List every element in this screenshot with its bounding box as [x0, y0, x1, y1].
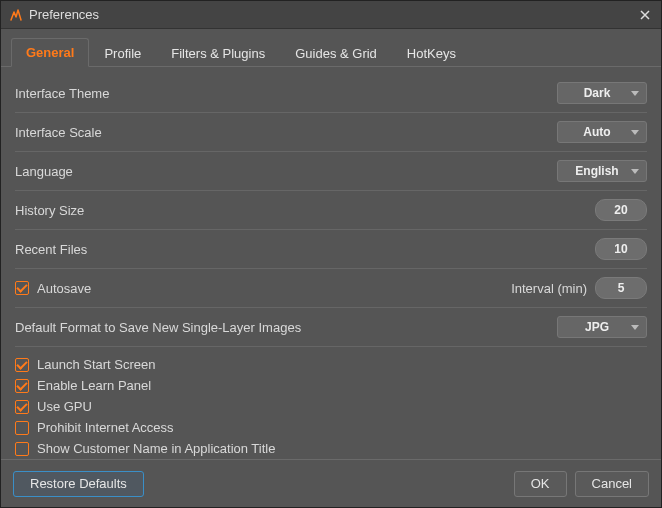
input-value: 5: [618, 281, 625, 295]
restore-defaults-button[interactable]: Restore Defaults: [13, 471, 144, 497]
app-icon: [9, 8, 23, 22]
checkbox-autosave[interactable]: [15, 281, 29, 295]
ok-button[interactable]: OK: [514, 471, 567, 497]
checkbox-launch-start-screen[interactable]: [15, 358, 29, 372]
label-interface-scale: Interface Scale: [15, 125, 557, 140]
label-history-size: History Size: [15, 203, 595, 218]
label-default-format: Default Format to Save New Single-Layer …: [15, 320, 557, 335]
label-enable-learn-panel[interactable]: Enable Learn Panel: [37, 378, 151, 393]
titlebar: Preferences: [1, 1, 661, 29]
checkbox-enable-learn-panel[interactable]: [15, 379, 29, 393]
label-recent-files: Recent Files: [15, 242, 595, 257]
tab-general[interactable]: General: [11, 38, 89, 67]
label-autosave: Autosave: [37, 281, 511, 296]
dropdown-default-format[interactable]: JPG: [557, 316, 647, 338]
dropdown-interface-scale[interactable]: Auto: [557, 121, 647, 143]
dropdown-value: JPG: [585, 320, 609, 334]
dropdown-value: Dark: [584, 86, 611, 100]
input-value: 20: [614, 203, 627, 217]
tab-guides-grid[interactable]: Guides & Grid: [280, 39, 392, 67]
close-icon[interactable]: [637, 7, 653, 23]
label-launch-start-screen[interactable]: Launch Start Screen: [37, 357, 156, 372]
label-use-gpu[interactable]: Use GPU: [37, 399, 92, 414]
row-launch-start-screen: Launch Start Screen: [15, 354, 647, 375]
row-prohibit-internet: Prohibit Internet Access: [15, 417, 647, 438]
row-autosave: Autosave Interval (min) 5: [15, 272, 647, 308]
checkbox-use-gpu[interactable]: [15, 400, 29, 414]
tab-filters-plugins[interactable]: Filters & Plugins: [156, 39, 280, 67]
input-value: 10: [614, 242, 627, 256]
input-recent-files[interactable]: 10: [595, 238, 647, 260]
row-default-format: Default Format to Save New Single-Layer …: [15, 311, 647, 347]
row-use-gpu: Use GPU: [15, 396, 647, 417]
tab-bar: General Profile Filters & Plugins Guides…: [1, 29, 661, 67]
tab-hotkeys[interactable]: HotKeys: [392, 39, 471, 67]
row-recent-files: Recent Files 10: [15, 233, 647, 269]
window-title: Preferences: [29, 7, 637, 22]
dropdown-value: English: [575, 164, 618, 178]
dropdown-language[interactable]: English: [557, 160, 647, 182]
row-interface-scale: Interface Scale Auto: [15, 116, 647, 152]
input-history-size[interactable]: 20: [595, 199, 647, 221]
cancel-button[interactable]: Cancel: [575, 471, 649, 497]
row-history-size: History Size 20: [15, 194, 647, 230]
dropdown-interface-theme[interactable]: Dark: [557, 82, 647, 104]
label-language: Language: [15, 164, 557, 179]
row-show-customer-name: Show Customer Name in Application Title: [15, 438, 647, 459]
row-enable-learn-panel: Enable Learn Panel: [15, 375, 647, 396]
checkbox-show-customer-name[interactable]: [15, 442, 29, 456]
checkbox-list: Launch Start Screen Enable Learn Panel U…: [15, 350, 647, 459]
row-interface-theme: Interface Theme Dark: [15, 77, 647, 113]
preferences-window: Preferences General Profile Filters & Pl…: [0, 0, 662, 508]
input-interval[interactable]: 5: [595, 277, 647, 299]
footer: Restore Defaults OK Cancel: [1, 459, 661, 507]
label-interval: Interval (min): [511, 281, 587, 296]
tab-profile[interactable]: Profile: [89, 39, 156, 67]
general-panel: Interface Theme Dark Interface Scale Aut…: [1, 67, 661, 459]
dropdown-value: Auto: [583, 125, 610, 139]
row-language: Language English: [15, 155, 647, 191]
label-interface-theme: Interface Theme: [15, 86, 557, 101]
label-show-customer-name[interactable]: Show Customer Name in Application Title: [37, 441, 275, 456]
label-prohibit-internet[interactable]: Prohibit Internet Access: [37, 420, 174, 435]
checkbox-prohibit-internet[interactable]: [15, 421, 29, 435]
